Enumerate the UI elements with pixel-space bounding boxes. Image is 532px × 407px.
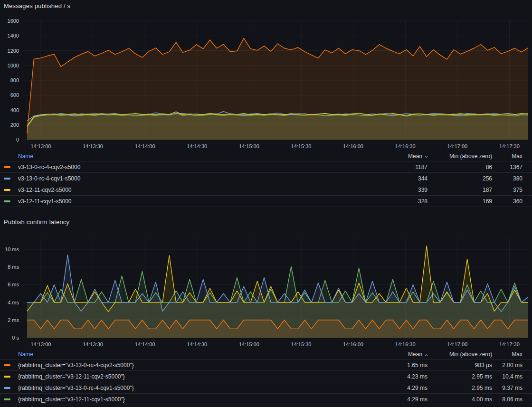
svg-text:200: 200 [10,122,19,128]
legend-row: {rabbitmq_cluster="v3-12-11-cqv1-s5000"}… [0,394,532,405]
legend-header: NameMeanMin (above zero)Max [0,349,532,360]
messages-published-chart[interactable]: 0200400600800100012001400160014:13:0014:… [0,12,532,151]
svg-text:14:16:30: 14:16:30 [395,341,416,347]
series-min-value: 983 µs [428,362,492,369]
svg-text:14:13:00: 14:13:00 [31,143,51,149]
svg-text:400: 400 [10,107,19,113]
series-name[interactable]: v3-12-11-cqv1-s5000 [18,198,374,205]
column-header-min-above-zero[interactable]: Min (above zero) [428,153,492,160]
legend-row: v3-13-0-rc-4-cqv2-s50001187861367 [0,161,532,173]
svg-text:600: 600 [10,92,19,98]
series-swatch-cell [4,189,18,191]
svg-text:14:14:30: 14:14:30 [187,143,207,149]
series-min-value: 2.95 ms [428,373,492,380]
series-color-swatch[interactable] [4,364,10,366]
svg-text:14:17:30: 14:17:30 [499,341,520,347]
messages-published-legend: NameMeanMin (above zero)Maxv3-13-0-rc-4-… [0,151,532,207]
series-min-value: 169 [428,198,492,205]
column-header-min-above-zero[interactable]: Min (above zero) [428,351,492,358]
series-min-value: 4.00 ms [428,396,492,403]
svg-text:14:16:00: 14:16:00 [343,143,363,149]
series-mean-value: 1.65 ms [374,362,428,369]
svg-text:14:13:30: 14:13:30 [83,143,103,149]
column-header-name[interactable]: Name [18,351,374,358]
series-mean-value: 4.23 ms [374,373,428,380]
svg-text:1600: 1600 [8,18,19,24]
series-mean-value: 328 [374,198,428,205]
svg-text:0 s: 0 s [12,335,19,341]
legend-row: {rabbitmq_cluster="v3-12-11-cqv2-s5000"}… [0,371,532,382]
series-color-swatch[interactable] [4,376,10,378]
series-color-swatch[interactable] [4,189,10,191]
series-mean-value: 4.29 ms [374,396,428,403]
column-header-max[interactable]: Max [492,351,522,358]
legend-row: v3-12-11-cqv2-s5000339187375 [0,184,532,196]
series-name[interactable]: v3-12-11-cqv2-s5000 [18,187,374,193]
svg-text:14:15:00: 14:15:00 [239,143,259,149]
series-max-value: 9.37 ms [492,385,522,391]
series-name[interactable]: {rabbitmq_cluster="v3-13-0-rc-4-cqv2-s50… [18,362,374,369]
svg-text:800: 800 [10,77,19,83]
series-max-value: 2.00 ms [492,362,522,369]
series-swatch-cell [4,376,18,378]
svg-text:1000: 1000 [8,63,19,68]
svg-text:10 ms: 10 ms [5,246,19,252]
svg-text:14:17:00: 14:17:00 [447,143,467,149]
publish-confirm-latency-chart[interactable]: 0 s2 ms4 ms6 ms8 ms10 ms14:13:0014:13:30… [0,227,532,349]
series-min-value: 2.95 ms [428,385,492,391]
svg-text:14:16:00: 14:16:00 [343,341,363,347]
series-max-value: 360 [492,198,522,205]
legend-row: {rabbitmq_cluster="v3-13-0-rc-4-cqv1-s50… [0,382,532,394]
svg-text:14:15:30: 14:15:30 [291,143,312,149]
panel-title-publish-confirm-latency: Publish confirm latency [4,218,69,226]
legend-row: v3-12-11-cqv1-s5000328169360 [0,196,532,207]
series-mean-value: 344 [374,175,428,182]
series-name[interactable]: {rabbitmq_cluster="v3-12-11-cqv2-s5000"} [18,373,374,380]
column-header-mean[interactable]: Mean [374,153,428,160]
svg-text:1200: 1200 [8,48,19,54]
series-swatch-cell [4,200,18,202]
series-max-value: 10.4 ms [492,373,522,380]
svg-text:14:17:30: 14:17:30 [499,143,520,149]
series-mean-value: 4.29 ms [374,385,428,391]
svg-text:14:14:00: 14:14:00 [135,143,155,149]
svg-text:14:13:00: 14:13:00 [31,341,51,347]
series-min-value: 187 [428,187,492,193]
svg-text:14:15:30: 14:15:30 [291,341,312,347]
svg-text:0: 0 [16,137,19,142]
series-min-value: 256 [428,175,492,182]
series-name[interactable]: {rabbitmq_cluster="v3-12-11-cqv1-s5000"} [18,396,374,403]
series-color-swatch[interactable] [4,387,10,389]
svg-text:8 ms: 8 ms [8,264,19,270]
grafana-dashboard: Messages published / s 02004006008001000… [0,0,532,407]
legend-header: NameMeanMin (above zero)Max [0,151,532,161]
svg-text:14:17:00: 14:17:00 [447,341,467,347]
svg-text:2 ms: 2 ms [8,317,19,323]
series-swatch-cell [4,178,18,180]
series-name[interactable]: {rabbitmq_cluster="v3-13-0-rc-4-cqv1-s50… [18,385,374,391]
legend-row: {rabbitmq_cluster="v3-13-0-rc-4-cqv2-s50… [0,360,532,371]
series-max-value: 1367 [492,164,522,170]
series-color-swatch[interactable] [4,200,10,202]
column-header-name[interactable]: Name [18,153,374,160]
series-color-swatch[interactable] [4,398,10,400]
legend-row: v3-13-0-rc-4-cqv1-s5000344256380 [0,173,532,184]
series-color-swatch[interactable] [4,166,10,168]
series-mean-value: 1187 [374,164,428,170]
series-swatch-cell [4,387,18,389]
svg-text:14:14:30: 14:14:30 [187,341,207,347]
panel-title-messages-published: Messages published / s [4,2,70,9]
series-swatch-cell [4,398,18,400]
series-mean-value: 339 [374,187,428,193]
series-max-value: 375 [492,187,522,193]
column-header-mean[interactable]: Mean [374,351,428,358]
svg-text:1400: 1400 [8,33,19,38]
svg-text:14:15:00: 14:15:00 [239,341,259,347]
series-name[interactable]: v3-13-0-rc-4-cqv2-s5000 [18,164,374,170]
svg-text:14:16:30: 14:16:30 [395,143,416,149]
series-name[interactable]: v3-13-0-rc-4-cqv1-s5000 [18,175,374,182]
series-max-value: 380 [492,175,522,182]
series-color-swatch[interactable] [4,178,10,180]
column-header-max[interactable]: Max [492,153,522,160]
chart-canvas: 0200400600800100012001400160014:13:0014:… [0,12,532,151]
